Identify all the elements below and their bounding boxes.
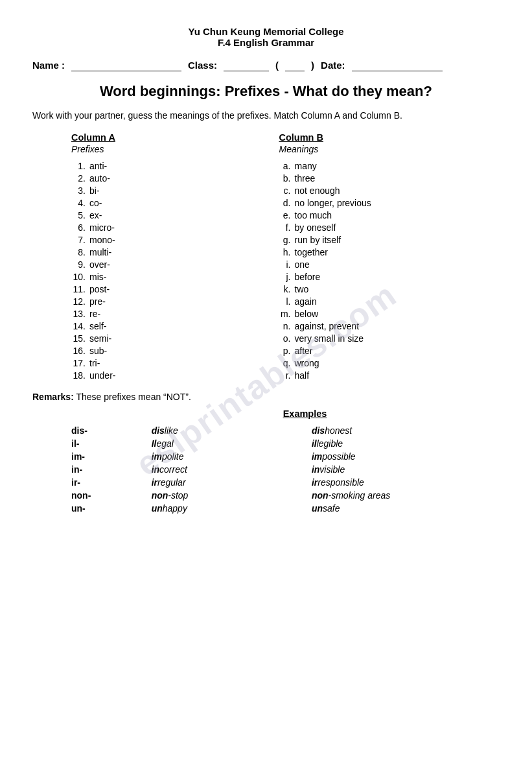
list-item: l.again — [279, 296, 500, 307]
main-title: Word beginnings: Prefixes - What do they… — [32, 83, 500, 100]
examples-header: Examples — [110, 409, 500, 419]
table-row: ir-irregularirresponsible — [71, 476, 512, 489]
paren-open: ( — [275, 60, 279, 71]
name-label: Name : — [32, 60, 65, 71]
list-item: f.by oneself — [279, 222, 500, 233]
header-line2: F.4 English Grammar — [32, 37, 500, 48]
list-item: e.too much — [279, 210, 500, 220]
list-item: g.run by itself — [279, 235, 500, 245]
instructions: Work with your partner, guess the meanin… — [32, 110, 500, 121]
list-item: 1.anti- — [71, 161, 266, 171]
table-row: in-incorrectinvisible — [71, 463, 512, 476]
list-item: 4.co- — [71, 198, 266, 208]
examples-table: dis-dislikedishonestil-Ilegalillegibleim… — [71, 424, 512, 515]
class-field[interactable] — [224, 60, 269, 71]
list-item: 16.sub- — [71, 346, 266, 356]
list-item: 3.bi- — [71, 185, 266, 196]
list-item: q.wrong — [279, 358, 500, 368]
table-row: un-unhappyunsafe — [71, 502, 512, 515]
list-item: o.very small in size — [279, 333, 500, 344]
list-item: m.below — [279, 309, 500, 319]
class-label: Class: — [188, 60, 217, 71]
list-item: 18.under- — [71, 370, 266, 381]
list-item: 14.self- — [71, 321, 266, 331]
list-item: 15.semi- — [71, 333, 266, 344]
table-row: im-impoliteimpossible — [71, 450, 512, 463]
date-field[interactable] — [352, 60, 443, 71]
list-item: 13.re- — [71, 309, 266, 319]
table-row: il-Ilegalillegible — [71, 437, 512, 450]
list-item: 8.multi- — [71, 247, 266, 257]
list-item: k.two — [279, 284, 500, 294]
list-item: 5.ex- — [71, 210, 266, 220]
list-item: r.half — [279, 370, 500, 381]
columns-container: Column A Prefixes 1.anti-2.auto-3.bi-4.c… — [32, 132, 500, 383]
paren-field[interactable] — [285, 60, 305, 71]
page-header: Yu Chun Keung Memorial College F.4 Engli… — [32, 26, 500, 48]
list-item: 7.mono- — [71, 235, 266, 245]
table-row: non-non-stopnon-smoking areas — [71, 489, 512, 502]
table-row: dis-dislikedishonest — [71, 424, 512, 437]
remarks-section: Remarks: These prefixes mean “NOT”. — [32, 392, 500, 402]
column-a: Column A Prefixes 1.anti-2.auto-3.bi-4.c… — [32, 132, 266, 383]
list-item: 17.tri- — [71, 358, 266, 368]
meanings-list: a.manyb.threec.not enoughd.no longer, pr… — [279, 161, 500, 381]
list-item: 12.pre- — [71, 296, 266, 307]
date-label: Date: — [321, 60, 345, 71]
examples-section: Examples dis-dislikedishonestil-Ilegalil… — [32, 409, 500, 515]
name-field[interactable] — [71, 60, 181, 71]
list-item: a.many — [279, 161, 500, 171]
list-item: 9.over- — [71, 259, 266, 270]
column-b: Column B Meanings a.manyb.threec.not eno… — [266, 132, 500, 383]
list-item: d.no longer, previous — [279, 198, 500, 208]
list-item: c.not enough — [279, 185, 500, 196]
list-item: 2.auto- — [71, 173, 266, 184]
form-row: Name : Class: ( ) Date: — [32, 60, 500, 71]
list-item: j.before — [279, 272, 500, 282]
col-b-sub: Meanings — [279, 144, 500, 154]
col-b-header: Column B — [279, 132, 500, 143]
prefix-list: 1.anti-2.auto-3.bi-4.co-5.ex-6.micro-7.m… — [71, 161, 266, 381]
header-line1: Yu Chun Keung Memorial College — [32, 26, 500, 37]
col-a-sub: Prefixes — [71, 144, 266, 154]
list-item: 10.mis- — [71, 272, 266, 282]
col-a-header: Column A — [71, 132, 266, 143]
list-item: p.after — [279, 346, 500, 356]
list-item: n.against, prevent — [279, 321, 500, 331]
list-item: 11.post- — [71, 284, 266, 294]
list-item: b.three — [279, 173, 500, 184]
remarks-label: Remarks: — [32, 392, 74, 402]
list-item: i.one — [279, 259, 500, 270]
paren-close: ) — [311, 60, 314, 71]
list-item: h.together — [279, 247, 500, 257]
list-item: 6.micro- — [71, 222, 266, 233]
remarks-text: These prefixes mean “NOT”. — [76, 392, 191, 402]
